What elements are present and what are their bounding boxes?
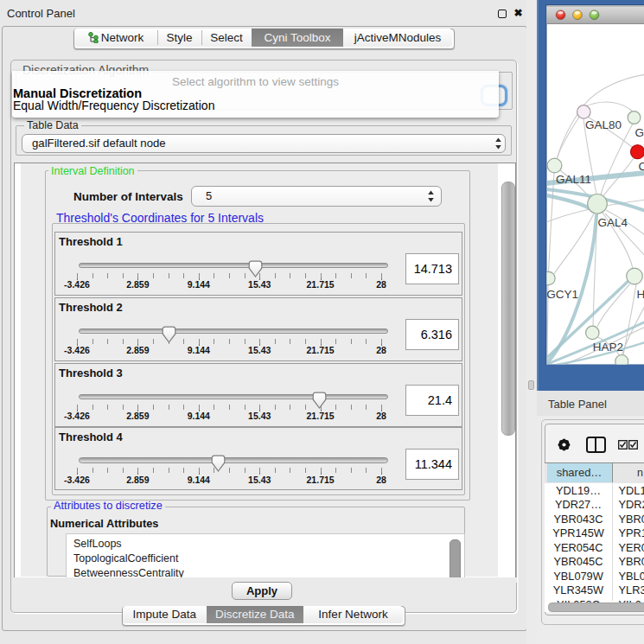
svg-text:GAL11: GAL11 [556,173,591,186]
svg-text:HAP2: HAP2 [592,341,622,354]
svg-text:GAL80: GAL80 [585,118,622,131]
svg-text:H: H [636,288,644,301]
svg-text:GAL4: GAL4 [597,216,628,229]
svg-text:GAL: GAL [634,126,644,139]
svg-text:GCY1: GCY1 [546,288,578,301]
svg-text:CY: CY [638,160,644,173]
